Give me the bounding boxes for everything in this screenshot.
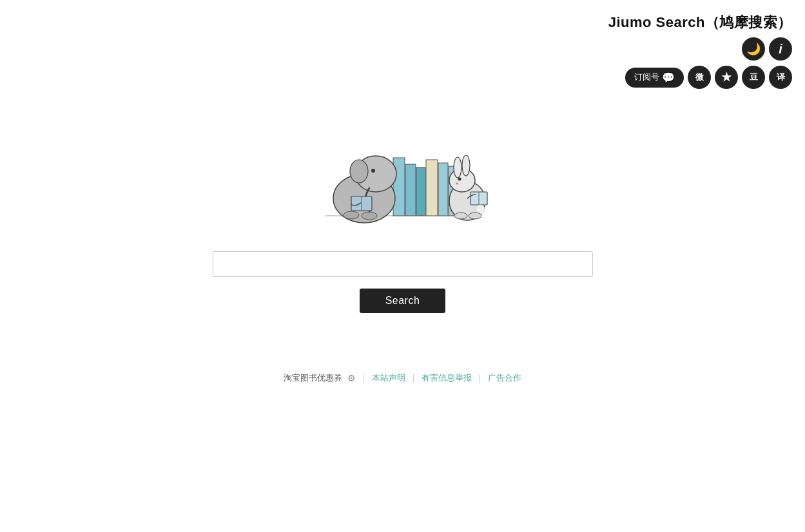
svg-point-16 [449, 169, 475, 192]
subscribe-label: 订阅号 [634, 71, 659, 83]
svg-point-27 [362, 212, 377, 220]
svg-rect-3 [416, 167, 425, 216]
search-input[interactable] [213, 251, 593, 277]
main-content: Search [0, 103, 805, 313]
svg-point-24 [454, 213, 467, 219]
moon-icon[interactable]: 🌙 [742, 37, 765, 61]
separator2: ｜ [409, 372, 418, 384]
illustration [287, 103, 519, 225]
svg-rect-4 [426, 160, 438, 216]
svg-point-17 [454, 157, 461, 178]
header: Jiumo Search（鸠摩搜索） 🌙 i 订阅号 💬 微 ★ 豆 译 [608, 13, 792, 89]
gear-icon: ⚙ [347, 373, 356, 383]
separator1: ｜ [360, 372, 368, 384]
wechat-icon: 💬 [662, 71, 675, 84]
footer: 淘宝图书优惠券 ⚙ ｜ 本站声明 ｜ 有害信息举报 ｜ 广告合作 [0, 372, 805, 384]
svg-point-25 [469, 213, 481, 219]
site-title: Jiumo Search（鸠摩搜索） [608, 13, 792, 32]
weibo-icon[interactable]: 微 [688, 66, 711, 89]
svg-point-26 [344, 211, 359, 219]
search-button[interactable]: Search [360, 289, 446, 313]
site-statement-link[interactable]: 本站声明 [372, 372, 405, 384]
translate-icon[interactable]: 译 [769, 66, 792, 89]
svg-point-11 [350, 160, 368, 183]
douban-icon[interactable]: 豆 [742, 66, 765, 89]
svg-point-20 [456, 183, 458, 185]
svg-rect-5 [438, 163, 448, 216]
report-link[interactable]: 有害信息举报 [422, 372, 472, 384]
svg-point-12 [371, 169, 375, 173]
star-icon[interactable]: ★ [715, 66, 738, 89]
icon-row-top: 🌙 i [742, 37, 792, 61]
svg-rect-2 [405, 164, 416, 216]
icon-row-bottom: 订阅号 💬 微 ★ 豆 译 [625, 66, 792, 89]
svg-point-19 [458, 178, 461, 181]
cooperation-link[interactable]: 广告合作 [488, 372, 521, 384]
info-icon[interactable]: i [769, 37, 792, 61]
svg-point-18 [462, 155, 470, 176]
taobao-link[interactable]: 淘宝图书优惠券 [284, 372, 342, 384]
separator3: ｜ [476, 372, 484, 384]
subscribe-button[interactable]: 订阅号 💬 [625, 68, 684, 88]
